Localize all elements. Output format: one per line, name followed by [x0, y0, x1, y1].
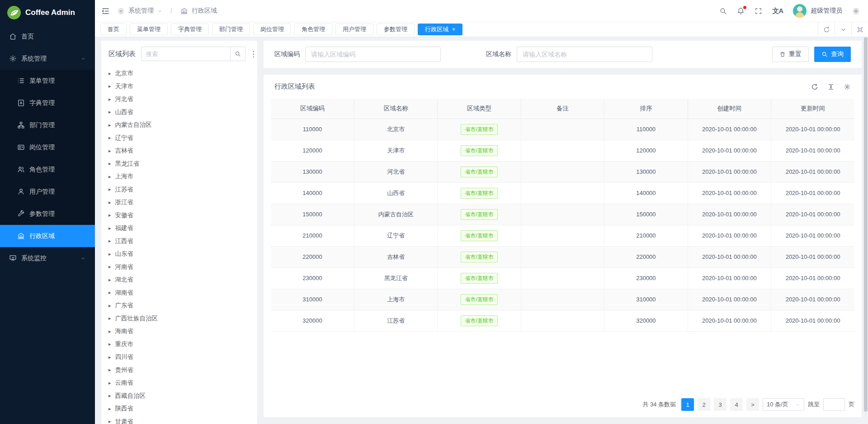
- caret-right-icon[interactable]: ▸: [108, 315, 111, 321]
- caret-right-icon[interactable]: ▸: [108, 354, 111, 360]
- reset-button[interactable]: 重置: [772, 47, 809, 62]
- menu-fold-icon[interactable]: [101, 7, 110, 15]
- table-row[interactable]: 230000 黑龙江省 省市/直辖市 230000 2020-10-01 00:…: [271, 267, 854, 289]
- refresh-tab-button[interactable]: [818, 22, 835, 37]
- tree-item[interactable]: ▸ 浙江省: [106, 196, 257, 209]
- caret-right-icon[interactable]: ▸: [108, 186, 111, 192]
- table-row[interactable]: 140000 山西省 省市/直辖市 140000 2020-10-01 00:0…: [271, 182, 854, 204]
- caret-right-icon[interactable]: ▸: [108, 277, 111, 283]
- caret-right-icon[interactable]: ▸: [108, 238, 111, 244]
- caret-right-icon[interactable]: ▸: [108, 251, 111, 257]
- caret-right-icon[interactable]: ▸: [108, 225, 111, 231]
- region-code-input[interactable]: [305, 47, 441, 62]
- chevron-down-icon[interactable]: [157, 9, 162, 14]
- table-column-header[interactable]: 更新时间: [771, 99, 854, 119]
- table-row[interactable]: 210000 辽宁省 省市/直辖市 210000 2020-10-01 00:0…: [271, 225, 854, 246]
- tree-item[interactable]: ▸ 安徽省: [106, 209, 257, 222]
- tree-item[interactable]: ▸ 山东省: [106, 248, 257, 261]
- table-row[interactable]: 150000 内蒙古自治区 省市/直辖市 150000 2020-10-01 0…: [271, 204, 854, 225]
- tab[interactable]: 参数管理: [377, 24, 415, 35]
- notification-bell[interactable]: [737, 7, 745, 15]
- tree-item[interactable]: ▸ 上海市: [106, 170, 257, 183]
- tree-search-input[interactable]: [141, 47, 230, 61]
- sidebar-item-menu-mgmt[interactable]: 菜单管理: [0, 70, 95, 92]
- caret-right-icon[interactable]: ▸: [108, 329, 111, 334]
- column-settings-gear-icon[interactable]: [844, 83, 851, 91]
- row-density-icon[interactable]: [827, 83, 835, 91]
- tab[interactable]: 用户管理: [335, 24, 373, 35]
- sidebar-item-dict-mgmt[interactable]: 字典管理: [0, 92, 95, 114]
- tree-item[interactable]: ▸ 江西省: [106, 235, 257, 248]
- tree-search-button[interactable]: [230, 47, 245, 61]
- scrollbar-thumb[interactable]: [864, 37, 868, 412]
- caret-right-icon[interactable]: ▸: [108, 341, 111, 347]
- tab[interactable]: 菜单管理: [130, 24, 168, 35]
- tree-item[interactable]: ▸ 四川省: [106, 351, 257, 364]
- tree-item[interactable]: ▸ 云南省: [106, 376, 257, 390]
- caret-right-icon[interactable]: ▸: [108, 174, 111, 180]
- tree-item[interactable]: ▸ 湖北省: [106, 273, 257, 286]
- search-button[interactable]: 查询: [814, 47, 851, 62]
- tab[interactable]: 首页: [100, 24, 127, 35]
- table-column-header[interactable]: 创建时间: [688, 99, 771, 119]
- table-column-header[interactable]: 区域编码: [271, 99, 354, 119]
- sidebar-item-dept-mgmt[interactable]: 部门管理: [0, 114, 95, 136]
- page-size-select[interactable]: 10 条/页: [763, 398, 804, 411]
- tree-item[interactable]: ▸ 江苏省: [106, 183, 257, 196]
- page-button-4[interactable]: 4: [730, 398, 743, 411]
- page-button-1[interactable]: 1: [681, 398, 694, 411]
- caret-right-icon[interactable]: ▸: [108, 380, 111, 386]
- caret-right-icon[interactable]: ▸: [108, 367, 111, 373]
- tree-item[interactable]: ▸ 广西壮族自治区: [106, 312, 257, 325]
- tree-item[interactable]: ▸ 黑龙江省: [106, 157, 257, 171]
- window-scrollbar[interactable]: [864, 37, 868, 424]
- sidebar-item-home[interactable]: 首页: [0, 25, 95, 48]
- page-jump-input[interactable]: [823, 398, 845, 411]
- caret-right-icon[interactable]: ▸: [108, 303, 111, 309]
- caret-right-icon[interactable]: ▸: [108, 161, 111, 167]
- sidebar-item-user-mgmt[interactable]: 用户管理: [0, 181, 95, 203]
- caret-right-icon[interactable]: ▸: [108, 109, 111, 115]
- sidebar-group-monitor[interactable]: 系统监控: [0, 247, 95, 269]
- maximize-content-button[interactable]: [851, 22, 868, 37]
- tree-item[interactable]: ▸ 贵州省: [106, 364, 257, 377]
- tree-item[interactable]: ▸ 甘肃省: [106, 415, 257, 424]
- tree-item[interactable]: ▸ 河北省: [106, 93, 257, 106]
- tree-item[interactable]: ▸ 重庆市: [106, 338, 257, 351]
- search-icon[interactable]: [719, 7, 727, 15]
- tree-item[interactable]: ▸ 陕西省: [106, 402, 257, 415]
- tree-item[interactable]: ▸ 山西省: [106, 106, 257, 119]
- tab-dropdown-button[interactable]: [835, 22, 851, 37]
- caret-right-icon[interactable]: ▸: [108, 419, 111, 424]
- tree-item[interactable]: ▸ 辽宁省: [106, 132, 257, 145]
- tab[interactable]: 字典管理: [171, 24, 209, 35]
- refresh-icon[interactable]: [811, 83, 818, 91]
- caret-right-icon[interactable]: ▸: [108, 290, 111, 295]
- sidebar-group-system[interactable]: 系统管理: [0, 48, 95, 70]
- tab[interactable]: 部门管理: [212, 24, 250, 35]
- table-column-header[interactable]: 排序: [604, 99, 688, 119]
- table-row[interactable]: 130000 河北省 省市/直辖市 130000 2020-10-01 00:0…: [271, 161, 854, 182]
- tab-close-icon[interactable]: ×: [452, 27, 455, 32]
- breadcrumb-group[interactable]: 系统管理: [128, 7, 154, 15]
- user-menu[interactable]: 超级管理员: [793, 4, 842, 18]
- tab[interactable]: 岗位管理: [253, 24, 291, 35]
- sidebar-item-post-mgmt[interactable]: 岗位管理: [0, 136, 95, 158]
- sidebar-item-param-mgmt[interactable]: 参数管理: [0, 203, 95, 225]
- tree-item[interactable]: ▸ 吉林省: [106, 144, 257, 157]
- translate-icon[interactable]: 文A: [772, 7, 783, 15]
- table-row[interactable]: 310000 上海市 省市/直辖市 310000 2020-10-01 00:0…: [271, 289, 854, 310]
- caret-right-icon[interactable]: ▸: [108, 83, 111, 89]
- table-column-header[interactable]: 区域类型: [438, 99, 521, 119]
- table-row[interactable]: 220000 吉林省 省市/直辖市 220000 2020-10-01 00:0…: [271, 246, 854, 267]
- tree-item[interactable]: ▸ 天津市: [106, 80, 257, 93]
- caret-right-icon[interactable]: ▸: [108, 212, 111, 218]
- caret-right-icon[interactable]: ▸: [108, 264, 111, 270]
- settings-gear-icon[interactable]: [852, 7, 860, 15]
- tree-item[interactable]: ▸ 内蒙古自治区: [106, 119, 257, 132]
- caret-right-icon[interactable]: ▸: [108, 71, 111, 76]
- page-button-3[interactable]: 3: [714, 398, 726, 411]
- tree-item[interactable]: ▸ 湖南省: [106, 286, 257, 300]
- tree-item[interactable]: ▸ 海南省: [106, 325, 257, 338]
- tree-item[interactable]: ▸ 西藏自治区: [106, 390, 257, 403]
